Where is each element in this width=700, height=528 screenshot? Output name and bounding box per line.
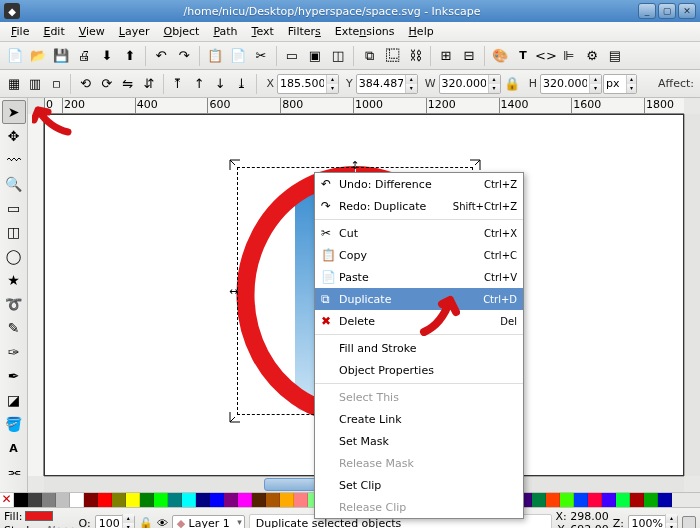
palette-swatch[interactable] [238,493,252,507]
lock-aspect-icon[interactable]: 🔒 [502,73,522,95]
palette-swatch[interactable] [588,493,602,507]
pencil-tool[interactable]: ✎ [2,316,26,340]
save-icon[interactable]: 💾 [50,45,72,67]
palette-swatch[interactable] [644,493,658,507]
ctx-setmask[interactable]: Set Mask [315,430,523,452]
palette-swatch[interactable] [84,493,98,507]
star-tool[interactable]: ★ [2,268,26,292]
ctx-undo[interactable]: ↶Undo: DifferenceCtrl+Z [315,173,523,195]
close-button[interactable]: ✕ [678,3,696,19]
layer-select[interactable]: ◆ Layer 1 [172,515,245,529]
menu-extensions[interactable]: Extensions [328,23,402,40]
menu-object[interactable]: Object [157,23,207,40]
menu-help[interactable]: Help [402,23,441,40]
lower-icon[interactable]: ↓ [210,73,230,95]
deselect-icon[interactable]: ▫ [46,73,66,95]
docprops-icon[interactable]: ▤ [604,45,626,67]
ctx-objprops[interactable]: Object Properties [315,359,523,381]
opacity-input[interactable]: ▴▾ [95,515,135,528]
palette-swatch[interactable] [224,493,238,507]
rect-tool[interactable]: ▭ [2,196,26,220]
menu-filters[interactable]: Filters [281,23,328,40]
tweak-tool[interactable]: 〰 [2,148,26,172]
palette-swatch[interactable] [28,493,42,507]
menu-layer[interactable]: Layer [112,23,157,40]
import-icon[interactable]: ⬇ [96,45,118,67]
palette-swatch[interactable] [98,493,112,507]
palette-swatch[interactable] [630,493,644,507]
calligraphy-tool[interactable]: ✒ [2,364,26,388]
export-icon[interactable]: ⬆ [119,45,141,67]
palette-swatch[interactable] [112,493,126,507]
ctx-fillstroke[interactable]: Fill and Stroke [315,337,523,359]
spiral-tool[interactable]: ➰ [2,292,26,316]
zoom-page-icon[interactable]: ◫ [327,45,349,67]
ctx-paste[interactable]: 📄PasteCtrl+V [315,266,523,288]
3dbox-tool[interactable]: ◫ [2,220,26,244]
palette-swatch[interactable] [42,493,56,507]
x-input[interactable]: ▴▾ [277,74,339,94]
select-all-icon[interactable]: ▦ [4,73,24,95]
xml-icon[interactable]: <> [535,45,557,67]
select-layers-icon[interactable]: ▥ [25,73,45,95]
unlink-icon[interactable]: ⛓ [404,45,426,67]
bezier-tool[interactable]: ✑ [2,340,26,364]
palette-swatch[interactable] [168,493,182,507]
rotate-cw-icon[interactable]: ⟳ [97,73,117,95]
zoom-draw-icon[interactable]: ▣ [304,45,326,67]
cut-icon[interactable]: ✂ [250,45,272,67]
redo-icon[interactable]: ↷ [173,45,195,67]
h-input[interactable]: ▴▾ [540,74,602,94]
palette-swatch[interactable] [280,493,294,507]
palette-swatch[interactable] [252,493,266,507]
menu-file[interactable]: File [4,23,36,40]
maximize-button[interactable]: ▢ [658,3,676,19]
zoom-input[interactable]: ▴▾ [628,515,678,528]
group-icon[interactable]: ⊞ [435,45,457,67]
node-tool[interactable]: ✥ [2,124,26,148]
menu-path[interactable]: Path [206,23,244,40]
palette-swatch[interactable] [560,493,574,507]
paste-icon[interactable]: 📄 [227,45,249,67]
flip-v-icon[interactable]: ⇵ [139,73,159,95]
bucket-tool[interactable]: 🪣 [2,412,26,436]
ctx-duplicate[interactable]: ⧉DuplicateCtrl+D [315,288,523,310]
zoom-fit-icon[interactable]: ▭ [281,45,303,67]
ctx-delete[interactable]: ✖DeleteDel [315,310,523,332]
unit-select[interactable]: ▴▾ [603,74,637,94]
ctx-cut[interactable]: ✂CutCtrl+X [315,222,523,244]
ctx-createlink[interactable]: Create Link [315,408,523,430]
palette-swatch[interactable] [140,493,154,507]
stroke-value[interactable]: None [46,524,75,529]
palette-swatch[interactable] [154,493,168,507]
menu-edit[interactable]: Edit [36,23,71,40]
palette-swatch[interactable] [182,493,196,507]
y-input[interactable]: ▴▾ [356,74,418,94]
clone-icon[interactable]: ⿺ [381,45,403,67]
resize-grip[interactable] [682,516,696,528]
copy-icon[interactable]: 📋 [204,45,226,67]
ctx-copy[interactable]: 📋CopyCtrl+C [315,244,523,266]
palette-swatch[interactable] [14,493,28,507]
vertical-scrollbar[interactable] [684,114,700,476]
palette-swatch[interactable] [546,493,560,507]
eraser-tool[interactable]: ◪ [2,388,26,412]
palette-swatch[interactable] [266,493,280,507]
rotate-ccw-icon[interactable]: ⟲ [75,73,95,95]
flip-h-icon[interactable]: ⇋ [118,73,138,95]
palette-swatch[interactable] [658,493,672,507]
menu-view[interactable]: View [72,23,112,40]
undo-icon[interactable]: ↶ [150,45,172,67]
text-tool[interactable]: A [2,436,26,460]
align-icon[interactable]: ⊫ [558,45,580,67]
raise-top-icon[interactable]: ⤒ [168,73,188,95]
open-icon[interactable]: 📂 [27,45,49,67]
fillstroke-icon[interactable]: 🎨 [489,45,511,67]
palette-none[interactable]: ✕ [0,493,14,507]
palette-swatch[interactable] [56,493,70,507]
connector-tool[interactable]: ⫘ [2,460,26,484]
ellipse-tool[interactable]: ◯ [2,244,26,268]
layer-visible-icon[interactable]: 👁 [157,517,168,529]
palette-swatch[interactable] [126,493,140,507]
w-input[interactable]: ▴▾ [439,74,501,94]
